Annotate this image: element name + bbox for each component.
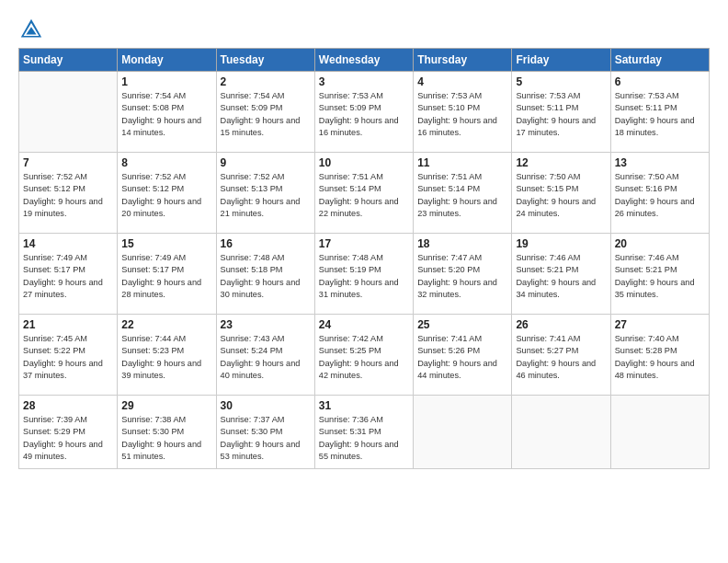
- day-number: 17: [319, 237, 409, 250]
- day-number: 5: [516, 75, 606, 88]
- day-detail: Sunrise: 7:49 AMSunset: 5:17 PMDaylight:…: [23, 252, 113, 301]
- day-number: 30: [221, 399, 311, 412]
- calendar-cell: 24Sunrise: 7:42 AMSunset: 5:25 PMDayligh…: [314, 315, 413, 396]
- day-number: 9: [221, 156, 311, 169]
- calendar-cell: 19Sunrise: 7:46 AMSunset: 5:21 PMDayligh…: [512, 234, 610, 315]
- day-number: 25: [417, 318, 507, 331]
- day-detail: Sunrise: 7:53 AMSunset: 5:09 PMDaylight:…: [319, 90, 409, 139]
- week-row-2: 7Sunrise: 7:52 AMSunset: 5:12 PMDaylight…: [19, 153, 710, 234]
- day-number: 3: [319, 75, 409, 88]
- weekday-header-saturday: Saturday: [610, 49, 709, 72]
- day-number: 29: [121, 399, 211, 412]
- day-number: 6: [615, 75, 705, 88]
- day-detail: Sunrise: 7:50 AMSunset: 5:16 PMDaylight:…: [615, 171, 705, 220]
- calendar-cell: 3Sunrise: 7:53 AMSunset: 5:09 PMDaylight…: [314, 72, 413, 153]
- day-number: 26: [516, 318, 606, 331]
- day-number: 12: [516, 156, 606, 169]
- weekday-header-monday: Monday: [118, 49, 216, 72]
- day-detail: Sunrise: 7:37 AMSunset: 5:30 PMDaylight:…: [221, 414, 311, 463]
- day-detail: Sunrise: 7:45 AMSunset: 5:22 PMDaylight:…: [23, 333, 113, 382]
- day-detail: Sunrise: 7:40 AMSunset: 5:28 PMDaylight:…: [615, 333, 705, 382]
- day-number: 11: [417, 156, 507, 169]
- day-detail: Sunrise: 7:42 AMSunset: 5:25 PMDaylight:…: [319, 333, 409, 382]
- day-detail: Sunrise: 7:52 AMSunset: 5:12 PMDaylight:…: [121, 171, 211, 220]
- calendar-cell: 22Sunrise: 7:44 AMSunset: 5:23 PMDayligh…: [118, 315, 216, 396]
- day-detail: Sunrise: 7:53 AMSunset: 5:11 PMDaylight:…: [516, 90, 606, 139]
- calendar-cell: [19, 72, 118, 153]
- calendar-cell: 26Sunrise: 7:41 AMSunset: 5:27 PMDayligh…: [512, 315, 610, 396]
- day-number: 14: [23, 237, 113, 250]
- day-number: 18: [417, 237, 507, 250]
- day-number: 31: [319, 399, 409, 412]
- page-container: SundayMondayTuesdayWednesdayThursdayFrid…: [0, 0, 728, 478]
- day-detail: Sunrise: 7:36 AMSunset: 5:31 PMDaylight:…: [319, 414, 409, 463]
- day-detail: Sunrise: 7:43 AMSunset: 5:24 PMDaylight:…: [221, 333, 311, 382]
- day-number: 28: [23, 399, 113, 412]
- calendar-cell: 31Sunrise: 7:36 AMSunset: 5:31 PMDayligh…: [314, 396, 413, 469]
- day-number: 22: [121, 318, 211, 331]
- day-detail: Sunrise: 7:38 AMSunset: 5:30 PMDaylight:…: [121, 414, 211, 463]
- week-row-4: 21Sunrise: 7:45 AMSunset: 5:22 PMDayligh…: [19, 315, 710, 396]
- calendar-cell: 16Sunrise: 7:48 AMSunset: 5:18 PMDayligh…: [216, 234, 314, 315]
- week-row-5: 28Sunrise: 7:39 AMSunset: 5:29 PMDayligh…: [19, 396, 710, 469]
- day-detail: Sunrise: 7:54 AMSunset: 5:09 PMDaylight:…: [221, 90, 311, 139]
- week-row-3: 14Sunrise: 7:49 AMSunset: 5:17 PMDayligh…: [19, 234, 710, 315]
- week-row-1: 1Sunrise: 7:54 AMSunset: 5:08 PMDaylight…: [19, 72, 710, 153]
- calendar-cell: 10Sunrise: 7:51 AMSunset: 5:14 PMDayligh…: [314, 153, 413, 234]
- day-number: 2: [221, 75, 311, 88]
- calendar-cell: 27Sunrise: 7:40 AMSunset: 5:28 PMDayligh…: [610, 315, 709, 396]
- calendar-cell: 7Sunrise: 7:52 AMSunset: 5:12 PMDaylight…: [19, 153, 118, 234]
- day-detail: Sunrise: 7:53 AMSunset: 5:11 PMDaylight:…: [615, 90, 705, 139]
- calendar-cell: 29Sunrise: 7:38 AMSunset: 5:30 PMDayligh…: [118, 396, 216, 469]
- day-number: 27: [615, 318, 705, 331]
- day-number: 15: [121, 237, 211, 250]
- weekday-header-thursday: Thursday: [414, 49, 512, 72]
- day-detail: Sunrise: 7:51 AMSunset: 5:14 PMDaylight:…: [319, 171, 409, 220]
- calendar-cell: 28Sunrise: 7:39 AMSunset: 5:29 PMDayligh…: [19, 396, 118, 469]
- calendar-cell: 14Sunrise: 7:49 AMSunset: 5:17 PMDayligh…: [19, 234, 118, 315]
- calendar-cell: [414, 396, 512, 469]
- weekday-header-wednesday: Wednesday: [314, 49, 413, 72]
- calendar-cell: 15Sunrise: 7:49 AMSunset: 5:17 PMDayligh…: [118, 234, 216, 315]
- calendar-cell: 4Sunrise: 7:53 AMSunset: 5:10 PMDaylight…: [414, 72, 512, 153]
- day-number: 19: [516, 237, 606, 250]
- calendar: SundayMondayTuesdayWednesdayThursdayFrid…: [18, 48, 710, 469]
- calendar-cell: 30Sunrise: 7:37 AMSunset: 5:30 PMDayligh…: [216, 396, 314, 469]
- day-detail: Sunrise: 7:44 AMSunset: 5:23 PMDaylight:…: [121, 333, 211, 382]
- calendar-cell: 18Sunrise: 7:47 AMSunset: 5:20 PMDayligh…: [414, 234, 512, 315]
- day-number: 20: [615, 237, 705, 250]
- day-detail: Sunrise: 7:41 AMSunset: 5:27 PMDaylight:…: [516, 333, 606, 382]
- day-detail: Sunrise: 7:52 AMSunset: 5:12 PMDaylight:…: [23, 171, 113, 220]
- calendar-cell: 5Sunrise: 7:53 AMSunset: 5:11 PMDaylight…: [512, 72, 610, 153]
- calendar-cell: 21Sunrise: 7:45 AMSunset: 5:22 PMDayligh…: [19, 315, 118, 396]
- day-number: 4: [417, 75, 507, 88]
- logo-icon: [18, 17, 44, 42]
- day-number: 7: [23, 156, 113, 169]
- weekday-header-friday: Friday: [512, 49, 610, 72]
- calendar-cell: 11Sunrise: 7:51 AMSunset: 5:14 PMDayligh…: [414, 153, 512, 234]
- calendar-cell: 17Sunrise: 7:48 AMSunset: 5:19 PMDayligh…: [314, 234, 413, 315]
- header: [18, 17, 710, 42]
- day-detail: Sunrise: 7:46 AMSunset: 5:21 PMDaylight:…: [516, 252, 606, 301]
- day-number: 8: [121, 156, 211, 169]
- calendar-cell: 20Sunrise: 7:46 AMSunset: 5:21 PMDayligh…: [610, 234, 709, 315]
- day-detail: Sunrise: 7:48 AMSunset: 5:19 PMDaylight:…: [319, 252, 409, 301]
- day-number: 10: [319, 156, 409, 169]
- calendar-cell: 13Sunrise: 7:50 AMSunset: 5:16 PMDayligh…: [610, 153, 709, 234]
- calendar-cell: 12Sunrise: 7:50 AMSunset: 5:15 PMDayligh…: [512, 153, 610, 234]
- day-detail: Sunrise: 7:53 AMSunset: 5:10 PMDaylight:…: [417, 90, 507, 139]
- day-number: 23: [221, 318, 311, 331]
- calendar-cell: 9Sunrise: 7:52 AMSunset: 5:13 PMDaylight…: [216, 153, 314, 234]
- day-number: 13: [615, 156, 705, 169]
- day-detail: Sunrise: 7:52 AMSunset: 5:13 PMDaylight:…: [221, 171, 311, 220]
- weekday-header-sunday: Sunday: [19, 49, 118, 72]
- calendar-cell: 8Sunrise: 7:52 AMSunset: 5:12 PMDaylight…: [118, 153, 216, 234]
- day-detail: Sunrise: 7:39 AMSunset: 5:29 PMDaylight:…: [23, 414, 113, 463]
- day-detail: Sunrise: 7:54 AMSunset: 5:08 PMDaylight:…: [121, 90, 211, 139]
- weekday-header-row: SundayMondayTuesdayWednesdayThursdayFrid…: [19, 49, 710, 72]
- calendar-cell: 1Sunrise: 7:54 AMSunset: 5:08 PMDaylight…: [118, 72, 216, 153]
- day-number: 1: [121, 75, 211, 88]
- day-number: 21: [23, 318, 113, 331]
- day-detail: Sunrise: 7:50 AMSunset: 5:15 PMDaylight:…: [516, 171, 606, 220]
- day-detail: Sunrise: 7:46 AMSunset: 5:21 PMDaylight:…: [615, 252, 705, 301]
